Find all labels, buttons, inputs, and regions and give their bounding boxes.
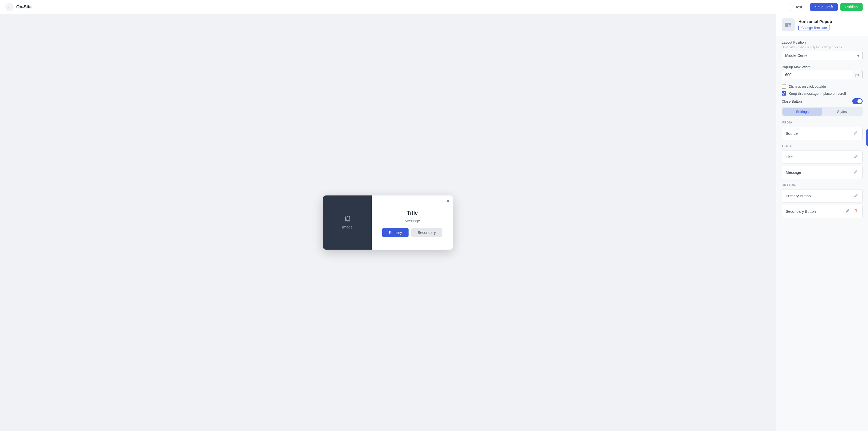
dismiss-on-click-checkbox[interactable] — [782, 84, 786, 89]
side-accent — [866, 129, 868, 146]
popup-title: Title — [407, 210, 418, 216]
close-button-row: Close Button — [782, 98, 863, 104]
tab-row: Settings Styles — [782, 107, 863, 116]
layout-position-select[interactable]: Middle Center Top Left Top Center Top Ri… — [782, 51, 863, 60]
test-button[interactable]: Test — [790, 3, 807, 11]
template-thumbnail — [782, 19, 795, 31]
canvas-area: 🖼 Image × Title Message Primary Secondar… — [0, 14, 776, 431]
template-info: Horizontal Popup Change Template — [799, 19, 832, 31]
secondary-button-actions — [845, 208, 859, 214]
message-item-label: Message — [786, 170, 801, 175]
close-button-toggle[interactable] — [852, 98, 863, 104]
image-icon: 🖼 — [344, 216, 350, 223]
tab-settings[interactable]: Settings — [782, 108, 822, 116]
app-title: On-Site — [16, 5, 32, 9]
message-actions — [853, 169, 859, 176]
keep-in-place-row: Keep this message in place on scroll — [782, 91, 863, 96]
popup-preview: 🖼 Image × Title Message Primary Secondar… — [323, 195, 453, 250]
primary-button-item: Primary Button — [782, 189, 863, 203]
dismiss-on-click-row: Dismiss on click outside — [782, 84, 863, 89]
right-panel: Horizontal Popup Change Template Layout … — [776, 14, 868, 431]
section-media-header: MEDIA — [782, 121, 863, 124]
primary-button-edit-button[interactable] — [853, 193, 859, 199]
source-label: Source — [786, 131, 798, 135]
svg-rect-0 — [785, 23, 788, 27]
popup-secondary-button[interactable]: Secondary — [411, 228, 442, 237]
back-icon: ← — [7, 5, 11, 9]
template-name: Horizontal Popup — [799, 19, 832, 24]
layout-position-select-wrapper: Middle Center Top Left Top Center Top Ri… — [782, 51, 863, 60]
popup-max-width-input[interactable] — [782, 70, 852, 79]
image-label: Image — [342, 225, 353, 229]
change-template-button[interactable]: Change Template — [799, 25, 830, 31]
secondary-button-edit-button[interactable] — [845, 208, 850, 214]
message-item: Message — [782, 166, 863, 179]
keep-in-place-checkbox[interactable] — [782, 91, 786, 96]
keep-in-place-label[interactable]: Keep this message in place on scroll — [789, 92, 846, 96]
popup-max-width-label: Pop-up Max Width — [782, 65, 863, 69]
title-item-label: Title — [786, 155, 793, 159]
section-texts-header: TEXTS — [782, 144, 863, 148]
secondary-button-item-label: Secondary Button — [786, 209, 816, 214]
topbar-left: ← On-Site — [5, 3, 32, 11]
layout-position-sublabel: Horizontal position is only for desktop … — [782, 45, 863, 49]
popup-primary-button[interactable]: Primary — [382, 228, 408, 237]
popup-close-button[interactable]: × — [447, 199, 449, 204]
source-edit-button[interactable] — [853, 130, 859, 136]
popup-buttons: Primary Secondary — [382, 228, 442, 237]
topbar: ← On-Site Test Save Draft Publish — [0, 0, 868, 14]
dismiss-on-click-label[interactable]: Dismiss on click outside — [789, 85, 826, 89]
primary-button-actions — [853, 193, 859, 199]
back-button[interactable]: ← — [5, 3, 13, 11]
source-actions — [853, 130, 859, 136]
close-button-label: Close Button — [782, 99, 802, 103]
popup-content-side: × Title Message Primary Secondary — [372, 195, 453, 250]
layout-position-field: Layout Position Horizontal position is o… — [782, 40, 863, 60]
source-item: Source — [782, 127, 863, 140]
publish-button[interactable]: Publish — [840, 3, 863, 11]
save-draft-button[interactable]: Save Draft — [810, 3, 838, 11]
secondary-button-item: Secondary Button — [782, 205, 863, 218]
popup-image-side: 🖼 Image — [323, 195, 372, 250]
layout-position-label: Layout Position — [782, 40, 863, 44]
section-buttons-header: BUTTONS — [782, 183, 863, 187]
title-edit-button[interactable] — [853, 154, 859, 160]
template-header: Horizontal Popup Change Template — [776, 14, 868, 36]
title-actions — [853, 154, 859, 160]
main-layout: 🖼 Image × Title Message Primary Secondar… — [0, 14, 868, 431]
settings-content: Layout Position Horizontal position is o… — [776, 36, 868, 224]
svg-rect-1 — [788, 23, 792, 25]
title-item: Title — [782, 150, 863, 163]
message-edit-button[interactable] — [853, 169, 859, 176]
primary-button-item-label: Primary Button — [786, 194, 811, 198]
popup-max-width-unit: px — [852, 71, 862, 79]
topbar-right: Test Save Draft Publish — [790, 3, 863, 11]
popup-message: Message — [405, 219, 420, 223]
popup-max-width-field: Pop-up Max Width px — [782, 65, 863, 79]
popup-max-width-input-group: px — [782, 70, 863, 79]
svg-rect-2 — [788, 25, 792, 27]
tab-styles[interactable]: Styles — [822, 108, 862, 116]
secondary-button-delete-button[interactable] — [853, 208, 859, 214]
